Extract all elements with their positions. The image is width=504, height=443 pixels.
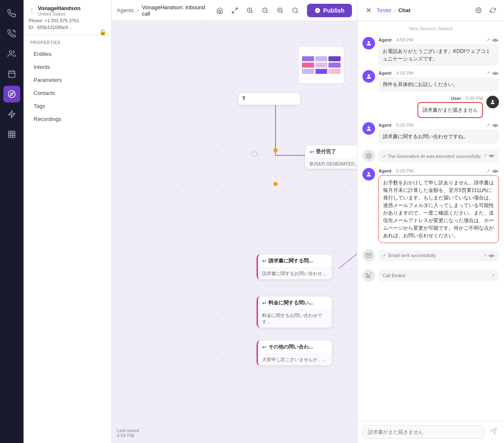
system-mail-avatar xyxy=(362,249,375,262)
svg-point-36 xyxy=(478,10,479,11)
send-button[interactable] xyxy=(488,426,499,439)
svg-point-37 xyxy=(368,41,370,43)
nav-compass-icon[interactable] xyxy=(3,86,20,102)
agent-info: ⋮ VonageHandson United States Phone: +1 … xyxy=(24,0,111,35)
message-content-1: Agent · 4:59 PM ↗ ◀▶ お電話ありがとうございます。KDDIウ… xyxy=(378,37,499,66)
svg-line-14 xyxy=(232,11,234,13)
properties-recordings[interactable]: Recordings xyxy=(27,113,108,126)
agent-avatar-3 xyxy=(362,122,375,135)
bubble-user: 請求書がまだ届きません xyxy=(417,102,483,118)
bubble-agent-3: 請求書に関するお問い合わせですね。 xyxy=(378,129,499,144)
ai-success-text: The Generative AI was executed successfu… xyxy=(388,154,482,159)
agent-country: United States xyxy=(38,11,81,16)
properties-contacts[interactable]: Contacts xyxy=(27,87,108,100)
node-uketsuke-header: ↩ 受付完了 xyxy=(305,145,357,159)
agents-link[interactable]: Agents xyxy=(117,7,134,13)
agent-name: VonageHandson xyxy=(38,5,81,11)
svg-marker-7 xyxy=(9,111,15,118)
fit-icon[interactable] xyxy=(243,4,257,17)
message-content-3: Agent · 5:00 PM ↗ ◀▶ 請求書に関するお問い合わせですね。 xyxy=(378,122,499,144)
ai-expand-icon[interactable]: ↗ ◀▶ xyxy=(483,153,495,158)
nav-table-icon[interactable] xyxy=(3,126,20,143)
top-node[interactable]: T xyxy=(238,92,301,105)
message-agent-3: Agent · 5:00 PM ↗ ◀▶ 請求書に関するお問い合わせですね。 xyxy=(362,122,499,144)
panel-refresh-icon[interactable] xyxy=(486,4,499,17)
properties-parameters[interactable]: Parameters xyxy=(27,73,108,87)
msg-audio-icon-4[interactable]: ◀▶ xyxy=(491,168,499,174)
chat-input-area xyxy=(357,421,504,443)
panel-settings-icon[interactable] xyxy=(472,4,485,17)
email-success-text: Email sent successfully xyxy=(388,253,436,258)
tester-link[interactable]: Tester xyxy=(377,7,391,13)
publish-label: Publish xyxy=(323,7,344,14)
nav-users-icon[interactable] xyxy=(3,45,20,62)
system-gear-avatar xyxy=(362,149,375,162)
right-panel: ✕ Tester › Chat New Session Started Agen… xyxy=(357,0,504,443)
node-inquiry3[interactable]: ↩ その他の問い合わ... 大変申し訳ございませんが、... xyxy=(257,340,332,366)
new-session-label: New Session Started xyxy=(362,26,499,31)
msg-external-icon-3[interactable]: ↗ xyxy=(486,122,490,128)
node-inquiry1-icon: ↩ xyxy=(262,258,266,264)
properties-tags[interactable]: Tags xyxy=(27,100,108,113)
svg-point-41 xyxy=(368,155,370,157)
node-inquiry1-body: 請求書に関するお問い合わせ... xyxy=(258,268,332,279)
msg-external-icon-4[interactable]: ↗ xyxy=(486,168,490,174)
msg-external-icon-1[interactable]: ↗ xyxy=(486,37,490,43)
message-agent-2: Agent · 4:59 PM ↗ ◀▶ 用件を具体的にお話しください。 xyxy=(362,70,499,92)
svg-line-13 xyxy=(236,8,238,10)
toolbar-icons: Publish xyxy=(213,4,352,17)
node-inquiry2[interactable]: ↩ 料金に関する問い... 料金に関するお問い合わせです... xyxy=(257,296,332,328)
properties-entities[interactable]: Entities xyxy=(27,47,108,60)
message-agent-1: Agent · 4:59 PM ↗ ◀▶ お電話ありがとうございます。KDDIウ… xyxy=(362,37,499,66)
nav-phone-icon[interactable] xyxy=(3,5,20,22)
bubble-agent-4: お手数をおかけして申し訳ありません。請求書は毎月月末に計算した金額を、翌月5営業… xyxy=(378,175,499,243)
zoom-out-icon[interactable] xyxy=(258,4,272,17)
check-icon-mail: ✓ xyxy=(383,253,386,258)
node-uketsuke[interactable]: ↩ 受付完了 $USER.GENERATED_SENTENCE xyxy=(305,145,357,169)
nav-voicemail-icon[interactable] xyxy=(3,25,20,42)
info-circle: ⓘ xyxy=(252,151,257,157)
agent-avatar-2 xyxy=(362,70,375,83)
msg-external-icon-2[interactable]: ↗ xyxy=(486,70,490,76)
publish-button[interactable]: Publish xyxy=(307,4,352,17)
svg-point-39 xyxy=(492,100,494,102)
svg-point-40 xyxy=(368,126,370,128)
more-icon[interactable]: ⋮ xyxy=(29,7,35,15)
canvas-area[interactable]: T ⓘ ↩ 受付完了 $USER.GENERATED_SENTENCE ✉ メー… xyxy=(112,21,357,443)
search-icon[interactable] xyxy=(289,4,302,17)
node-inquiry2-icon: ↩ xyxy=(262,300,266,306)
system-call-row: Call Ended ↗ xyxy=(362,267,499,283)
mail-expand-icon[interactable]: ↗ ◀▶ xyxy=(483,253,495,258)
msg-audio-icon-2[interactable]: ◀▶ xyxy=(491,70,499,76)
msg-audio-icon-1[interactable]: ◀▶ xyxy=(491,37,499,43)
svg-line-16 xyxy=(252,12,253,13)
home-icon[interactable] xyxy=(213,4,226,17)
node-inquiry3-icon: ↩ xyxy=(262,344,266,350)
node-inquiry1[interactable]: ↩ 請求書に関する問... 請求書に関するお問い合わせ... xyxy=(257,254,332,280)
top-bar: Agents > VonageHandson: Inbound call xyxy=(112,0,357,21)
node-inquiry3-body: 大変申し訳ございませんが、... xyxy=(258,354,332,365)
top-node-header: T xyxy=(238,93,300,105)
properties-intents[interactable]: Intents xyxy=(27,60,108,73)
message-user: User · 5:00 PM 請求書がまだ届きません xyxy=(362,96,499,118)
node-uketsuke-icon: ↩ xyxy=(310,149,314,155)
nav-calendar-icon[interactable] xyxy=(3,66,20,82)
check-icon-ai: ✓ xyxy=(383,154,388,159)
fullscreen-icon[interactable] xyxy=(228,4,242,17)
panel-close-button[interactable]: ✕ xyxy=(362,5,374,16)
bubble-agent-1: お電話ありがとうございます。KDDIウェブコミュニケーションズです。 xyxy=(378,44,499,66)
agent-avatar-1 xyxy=(362,37,375,50)
svg-point-38 xyxy=(368,74,370,76)
call-expand-icon[interactable]: ↗ xyxy=(491,273,495,278)
chat-input[interactable] xyxy=(362,425,485,439)
canvas-connections xyxy=(112,21,357,443)
panel-header: ✕ Tester › Chat xyxy=(357,0,504,21)
node-uketsuke-body: $USER.GENERATED_SENTENCE xyxy=(305,159,357,169)
msg-audio-icon-3[interactable]: ◀▶ xyxy=(491,122,499,128)
system-call-avatar xyxy=(362,269,375,282)
main-area: Agents > VonageHandson: Inbound call xyxy=(112,0,357,443)
icon-sidebar xyxy=(0,0,24,443)
svg-line-23 xyxy=(282,12,283,13)
nav-bolt-icon[interactable] xyxy=(3,106,20,123)
zoom-in-icon[interactable] xyxy=(273,4,287,17)
